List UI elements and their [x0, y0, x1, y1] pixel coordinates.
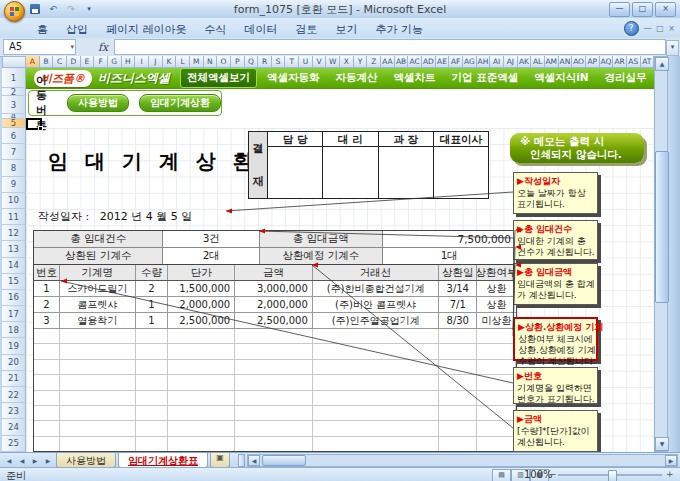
- table-cell[interactable]: [477, 344, 516, 358]
- column-header-B[interactable]: B: [40, 56, 54, 68]
- summary-value[interactable]: 7,500,000: [383, 231, 516, 247]
- table-cell[interactable]: [235, 344, 313, 358]
- table-cell[interactable]: 2: [34, 297, 60, 312]
- summary-value[interactable]: 1대: [383, 248, 516, 264]
- row-header-7[interactable]: 7: [2, 144, 26, 160]
- row-header-3[interactable]: 3: [2, 96, 26, 114]
- column-header-AT[interactable]: AT: [641, 56, 655, 68]
- normal-view-icon[interactable]: ▤: [492, 469, 511, 481]
- zoom-out-icon[interactable]: −: [549, 469, 557, 479]
- row-header-2[interactable]: 2: [2, 88, 26, 96]
- column-header-S[interactable]: S: [272, 56, 286, 68]
- row-header-6[interactable]: 6: [2, 128, 26, 144]
- column-header-AE[interactable]: AE: [436, 56, 450, 68]
- table-cell[interactable]: [34, 344, 60, 358]
- table-cell[interactable]: [313, 437, 439, 451]
- table-cell[interactable]: [34, 437, 60, 451]
- column-header-AM[interactable]: AM: [545, 56, 559, 68]
- banner-menu-엑셀차트[interactable]: 엑셀차트: [388, 69, 442, 87]
- table-cell[interactable]: 2,000,000: [168, 297, 235, 312]
- table-cell[interactable]: [235, 375, 313, 389]
- selected-cell-a5[interactable]: [26, 118, 42, 130]
- column-header-AS[interactable]: AS: [627, 56, 641, 68]
- table-cell[interactable]: 3,000,000: [235, 281, 313, 296]
- table-cell[interactable]: [34, 360, 60, 374]
- column-header-A[interactable]: A: [26, 56, 40, 68]
- table-cell[interactable]: [136, 329, 169, 343]
- ribbon-tab-페이지 레이아웃[interactable]: 페이지 레이아웃: [97, 19, 196, 39]
- row-header-10[interactable]: 10: [2, 193, 26, 209]
- table-cell[interactable]: [60, 391, 136, 405]
- table-cell[interactable]: [168, 437, 235, 451]
- table-cell[interactable]: 7/1: [439, 297, 477, 312]
- table-cell[interactable]: [439, 360, 477, 374]
- table-cell[interactable]: [439, 375, 477, 389]
- row-header-23[interactable]: 23: [2, 403, 26, 419]
- column-header-L[interactable]: L: [176, 56, 190, 68]
- ribbon-tab-수식[interactable]: 수식: [196, 19, 236, 39]
- row-header-13[interactable]: 13: [2, 241, 26, 257]
- business-excel-logo[interactable]: 비즈니스엑셀: [98, 70, 170, 87]
- column-header-AG[interactable]: AG: [463, 56, 477, 68]
- table-cell[interactable]: 2: [136, 281, 169, 296]
- column-header-AB[interactable]: AB: [395, 56, 409, 68]
- table-cell[interactable]: 상환: [477, 297, 516, 312]
- row-header-19[interactable]: 19: [2, 338, 26, 354]
- table-cell[interactable]: [34, 329, 60, 343]
- table-cell[interactable]: [477, 391, 516, 405]
- table-cell[interactable]: [477, 375, 516, 389]
- row-header-14[interactable]: 14: [2, 258, 26, 274]
- column-header-O[interactable]: O: [217, 56, 231, 68]
- column-header-Z[interactable]: Z: [367, 56, 381, 68]
- approval-cell[interactable]: [379, 147, 433, 198]
- table-cell[interactable]: [34, 406, 60, 420]
- table-cell[interactable]: [439, 437, 477, 451]
- table-cell[interactable]: [136, 421, 169, 435]
- ribbon-tab-삽입[interactable]: 삽입: [57, 19, 97, 39]
- column-header-X[interactable]: X: [340, 56, 354, 68]
- column-header-M[interactable]: M: [190, 56, 204, 68]
- column-header-P[interactable]: P: [231, 56, 245, 68]
- row-header-1[interactable]: 1: [2, 68, 26, 88]
- row-header-24[interactable]: 24: [2, 419, 26, 435]
- table-cell[interactable]: [235, 406, 313, 420]
- first-sheet-icon[interactable]: ◀: [3, 455, 15, 466]
- zoom-slider-thumb[interactable]: [608, 470, 617, 481]
- table-cell[interactable]: [168, 375, 235, 389]
- table-cell[interactable]: [313, 406, 439, 420]
- sheet-tab-임대기계상환표[interactable]: 임대기계상환표: [118, 453, 208, 468]
- column-header-J[interactable]: J: [149, 56, 163, 68]
- table-cell[interactable]: 1,500,000: [168, 281, 235, 296]
- table-cell[interactable]: [313, 421, 439, 435]
- column-header-AR[interactable]: AR: [613, 56, 627, 68]
- table-cell[interactable]: [34, 375, 60, 389]
- table-cell[interactable]: [168, 344, 235, 358]
- row-header-9[interactable]: 9: [2, 177, 26, 193]
- insert-sheet-tab[interactable]: ▣: [210, 453, 230, 468]
- approval-cell[interactable]: [434, 147, 488, 198]
- column-header-AI[interactable]: AI: [490, 56, 504, 68]
- banner-menu-엑셀자동화[interactable]: 엑셀자동화: [261, 69, 326, 87]
- column-header-AK[interactable]: AK: [518, 56, 532, 68]
- table-cell[interactable]: [168, 391, 235, 405]
- table-cell[interactable]: [136, 344, 169, 358]
- table-cell[interactable]: 1: [34, 281, 60, 296]
- minimize-button[interactable]: —: [609, 2, 630, 17]
- creation-date[interactable]: 작성일자 : 2012 년 4 월 5 일: [38, 209, 192, 224]
- column-header-AD[interactable]: AD: [422, 56, 436, 68]
- vertical-scrollbar[interactable]: ▲ ▼: [654, 56, 668, 452]
- table-cell[interactable]: [313, 329, 439, 343]
- select-all-corner[interactable]: [2, 56, 26, 68]
- column-header-N[interactable]: N: [204, 56, 218, 68]
- table-cell[interactable]: [235, 421, 313, 435]
- usage-button[interactable]: 사용방법: [67, 94, 129, 112]
- summary-value[interactable]: 2대: [163, 248, 260, 264]
- table-cell[interactable]: [60, 406, 136, 420]
- row-header-8[interactable]: 8: [2, 160, 26, 176]
- table-cell[interactable]: 1: [136, 313, 169, 328]
- table-cell[interactable]: [136, 437, 169, 451]
- table-cell[interactable]: [313, 344, 439, 358]
- column-header-AF[interactable]: AF: [449, 56, 463, 68]
- zoom-in-icon[interactable]: +: [666, 469, 674, 479]
- table-cell[interactable]: [235, 437, 313, 451]
